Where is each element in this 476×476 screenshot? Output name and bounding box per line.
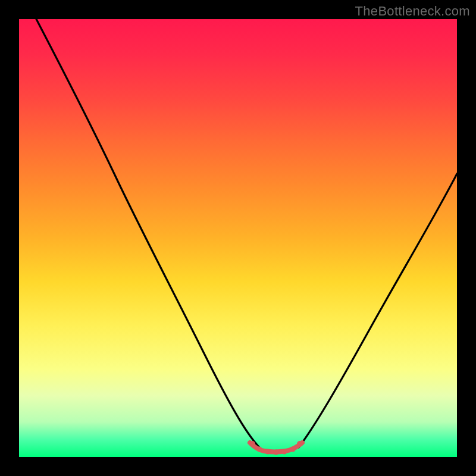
chart-frame: TheBottleneck.com: [0, 0, 476, 476]
curve-layer: [19, 19, 457, 457]
plot-area: [19, 19, 457, 457]
trough-bead: [265, 449, 271, 455]
left-curve: [36, 19, 259, 447]
trough-bead: [282, 449, 287, 455]
trough-bead: [297, 441, 303, 447]
trough-bead: [257, 447, 262, 452]
trough-bead: [290, 447, 296, 452]
trough-bead: [249, 441, 255, 447]
trough-bead: [274, 450, 279, 455]
right-curve: [299, 174, 457, 447]
watermark-text: TheBottleneck.com: [355, 4, 470, 19]
